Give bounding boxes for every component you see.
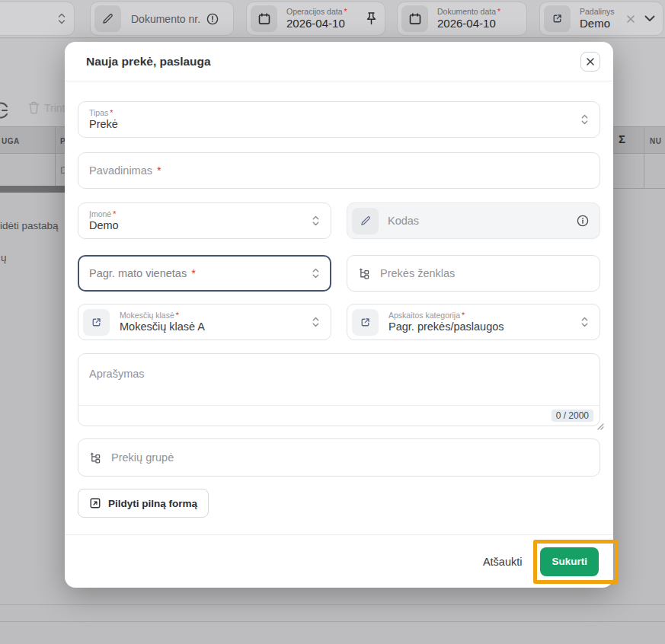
- brand-input[interactable]: Prekės ženklas: [347, 255, 600, 292]
- document-number-field[interactable]: Dokumento nr.: [90, 2, 234, 36]
- expand-icon: [89, 497, 101, 509]
- company-select[interactable]: Įmonė* Demo: [78, 202, 331, 239]
- document-toolbar: Dokumento nr. Operacijos data* 2026-04-1…: [0, 0, 665, 38]
- refresh-icon[interactable]: [0, 100, 11, 120]
- delete-button[interactable]: Trinti: [28, 101, 68, 114]
- document-date-field[interactable]: Dokumento data* 2026-04-10: [397, 2, 527, 36]
- row-divider: [0, 621, 665, 622]
- column-header: UGA: [2, 137, 20, 145]
- chevron-updown-icon: [580, 315, 589, 329]
- name-input[interactable]: Pavadinimas *: [78, 152, 600, 189]
- grid-line: [55, 126, 56, 189]
- code-input[interactable]: Kodas: [347, 202, 600, 239]
- warning-icon: [206, 13, 219, 25]
- modal-title: Nauja prekė, paslauga: [86, 55, 211, 69]
- grid-line: [644, 126, 644, 189]
- operation-date-field[interactable]: Operacijos data* 2026-04-10: [246, 2, 385, 36]
- add-note-link[interactable]: idėti pastabą: [0, 220, 59, 231]
- name-placeholder: Pavadinimas *: [89, 164, 161, 177]
- operation-date-value: 2026-04-10: [286, 17, 347, 30]
- calendar-icon: [251, 5, 277, 32]
- department-label: Padalinys: [580, 7, 615, 16]
- tax-class-value: Mokesčių klasė A: [120, 320, 205, 333]
- pencil-icon: [352, 208, 379, 234]
- submit-button[interactable]: Sukurti: [540, 547, 599, 576]
- department-value: Demo: [580, 17, 615, 30]
- code-placeholder: Kodas: [388, 215, 419, 227]
- document-date-label: Dokumento data*: [437, 7, 500, 16]
- accounting-category-select[interactable]: Apskaitos kategorija* Pagr. prekės/pasla…: [347, 304, 600, 340]
- accounting-category-value: Pagr. prekės/paslaugos: [388, 320, 504, 333]
- chevron-updown-icon: [57, 11, 66, 26]
- brand-placeholder: Prekės ženklas: [380, 267, 455, 279]
- clear-icon[interactable]: [626, 14, 635, 24]
- pencil-icon: [94, 5, 121, 32]
- info-icon[interactable]: [577, 215, 589, 227]
- document-date-value: 2026-04-10: [437, 17, 500, 30]
- close-button[interactable]: [580, 52, 600, 72]
- pin-icon[interactable]: [365, 11, 378, 26]
- type-label: Tipas*: [89, 108, 118, 117]
- document-number-placeholder: Dokumento nr.: [131, 13, 200, 25]
- text-fragment: ų: [1, 252, 7, 263]
- chevron-updown-icon: [580, 113, 589, 126]
- type-select[interactable]: Tipas* Prekė: [78, 101, 600, 138]
- accounting-category-label: Apskaitos kategorija*: [388, 311, 504, 320]
- external-link-icon: [352, 309, 379, 336]
- operation-date-label: Operacijos data*: [286, 7, 347, 16]
- chevron-updown-icon: [312, 266, 320, 280]
- counter-bar: 0 / 2000: [78, 405, 599, 426]
- external-link-icon: [544, 5, 571, 32]
- company-label: Įmonė*: [89, 209, 119, 218]
- cancel-button[interactable]: Atšaukti: [483, 556, 523, 568]
- department-field[interactable]: Padalinys Demo: [539, 2, 663, 36]
- product-group-input[interactable]: Prekių grupė: [78, 438, 600, 477]
- resize-handle-icon[interactable]: [596, 422, 604, 430]
- tax-class-select[interactable]: Mokesčių klasė* Mokesčių klasė A: [78, 304, 331, 340]
- calendar-icon: [401, 5, 428, 32]
- modal-footer: Atšaukti Sukurti: [65, 534, 613, 588]
- external-link-icon: [83, 309, 110, 336]
- char-counter: 0 / 2000: [552, 410, 593, 422]
- sum-column-header: Σ: [619, 132, 625, 145]
- product-group-placeholder: Prekių grupė: [111, 451, 174, 464]
- column-header: NU: [650, 137, 661, 145]
- document-type-select[interactable]: [0, 2, 75, 36]
- company-value: Demo: [89, 219, 119, 232]
- unit-select[interactable]: Pagr. mato vienetas *: [78, 255, 331, 292]
- close-icon: [586, 57, 595, 66]
- modal-body: Tipas* Prekė Pavadinimas * Įmonė* Demo: [65, 81, 613, 534]
- chevron-down-icon[interactable]: [644, 15, 655, 22]
- chevron-updown-icon: [312, 315, 320, 329]
- chevron-updown-icon: [312, 214, 320, 228]
- trash-icon: [28, 101, 40, 114]
- unit-placeholder: Pagr. mato vienetas *: [89, 267, 196, 279]
- new-product-modal: Nauja prekė, paslauga Tipas* Prekė Pavad…: [65, 42, 613, 588]
- tree-icon: [358, 267, 371, 280]
- full-form-button-label: Pildyti pilną formą: [108, 498, 197, 509]
- full-form-button[interactable]: Pildyti pilną formą: [78, 489, 209, 518]
- modal-header: Nauja prekė, paslauga: [65, 42, 613, 81]
- tree-icon: [89, 451, 102, 464]
- type-value: Prekė: [89, 118, 118, 131]
- description-placeholder: Aprašymas: [89, 368, 145, 380]
- tax-class-label: Mokesčių klasė*: [120, 311, 205, 320]
- description-textarea[interactable]: Aprašymas 0 / 2000: [78, 353, 600, 426]
- delete-button-label: Trinti: [44, 102, 68, 114]
- row-divider: [0, 604, 665, 605]
